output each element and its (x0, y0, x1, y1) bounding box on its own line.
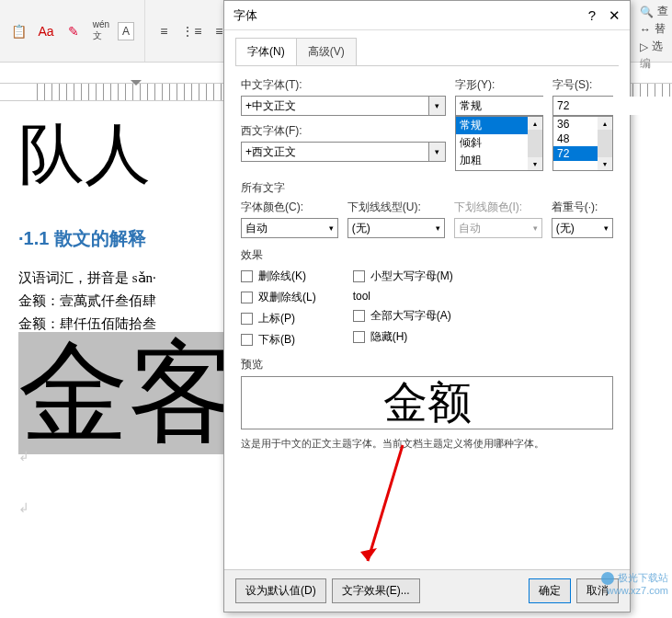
help-button[interactable]: ? (588, 7, 596, 24)
strike-checkbox[interactable]: 删除线(K) (241, 269, 316, 284)
font-color-combo[interactable]: 自动▾ (241, 218, 338, 238)
dialog-tabs: 字体(N) 高级(V) (235, 38, 619, 66)
dropdown-arrow-icon[interactable]: ▾ (428, 97, 445, 115)
preview-box: 金额 (241, 376, 613, 429)
dropdown-arrow-icon[interactable]: ▾ (428, 143, 445, 161)
underline-color-combo: 自动▾ (454, 218, 542, 238)
editing-group: 🔍查 ↔替 ▷选 编 (640, 2, 668, 74)
west-font-label: 西文字体(F): (241, 123, 446, 139)
preview-text: 金额 (383, 376, 472, 429)
watermark-logo-icon (601, 572, 614, 585)
emphasis-label: 着重号(·): (552, 200, 613, 215)
all-text-group-label: 所有文字 (241, 180, 613, 196)
allcaps-checkbox[interactable]: 全部大写字母(A) (353, 308, 453, 324)
size-option[interactable]: 36 (553, 117, 598, 132)
double-strike-checkbox[interactable]: 双删除线(L) (241, 290, 316, 305)
preview-group-label: 预览 (241, 357, 613, 372)
dialog-titlebar: 字体 ? ✕ (224, 1, 630, 30)
size-label: 字号(S): (552, 77, 613, 93)
set-default-button[interactable]: 设为默认值(D) (235, 578, 326, 603)
close-button[interactable]: ✕ (609, 7, 621, 24)
ok-button[interactable]: 确定 (529, 578, 571, 603)
underline-style-label: 下划线线型(U): (347, 200, 445, 215)
hidden-checkbox[interactable]: 隐藏(H) (353, 329, 453, 345)
subscript-checkbox[interactable]: 下标(B) (241, 332, 316, 348)
select-link[interactable]: ▷选 (640, 39, 668, 54)
size-option-selected[interactable]: 72 (553, 146, 598, 161)
ruler-indent-marker[interactable] (131, 80, 142, 86)
preview-note: 这是用于中文的正文主题字体。当前文档主题定义将使用哪种字体。 (241, 437, 613, 451)
smallcaps-checkbox[interactable]: 小型大写字母(M) (353, 269, 453, 284)
bullets-icon[interactable]: ≡ (153, 20, 175, 42)
font-color-icon[interactable]: Aa (35, 20, 57, 42)
style-option-regular[interactable]: 常规 (456, 117, 528, 134)
superscript-checkbox[interactable]: 上标(P) (241, 311, 316, 326)
size-option[interactable]: 48 (553, 132, 598, 146)
edit-group-label: 编 (640, 56, 668, 72)
font-color-label: 字体颜色(C): (241, 200, 338, 215)
west-font-input[interactable] (242, 143, 428, 161)
style-label: 字形(Y): (455, 77, 543, 93)
dialog-footer: 设为默认值(D) 文字效果(E)... 确定 取消 (224, 569, 630, 612)
size-input-combo[interactable] (552, 96, 613, 116)
style-scrollbar[interactable]: ▴▾ (528, 117, 542, 170)
size-scrollbar[interactable]: ▴▾ (598, 117, 612, 170)
char-border-icon[interactable]: A (118, 22, 134, 40)
tab-font[interactable]: 字体(N) (235, 38, 297, 65)
font-dialog: 字体 ? ✕ 字体(N) 高级(V) 中文字体(T): ▾ 西文字体(F): (223, 0, 631, 612)
style-option-bold[interactable]: 加粗 (456, 152, 528, 169)
cn-font-label: 中文字体(T): (241, 77, 446, 93)
underline-style-combo[interactable]: (无)▾ (347, 218, 445, 238)
west-font-combo[interactable]: ▾ (241, 142, 446, 162)
paste-icon[interactable]: 📋 (7, 20, 29, 42)
phonetic-icon[interactable]: wén文 (90, 20, 112, 42)
style-option-italic[interactable]: 倾斜 (456, 134, 528, 152)
word-app-background: 📋 Aa ✎ wén文 A ≡ ⋮≡ ≡ ≡ 🔍查 ↔替 ▷选 编 队人 ·1.… (0, 0, 672, 618)
size-input[interactable] (553, 97, 672, 115)
tab-advanced[interactable]: 高级(V) (296, 38, 357, 65)
emphasis-combo[interactable]: (无)▾ (552, 218, 613, 238)
style-listbox[interactable]: 常规 倾斜 加粗 ▴▾ (455, 116, 543, 171)
numbering-icon[interactable]: ⋮≡ (180, 20, 202, 42)
highlight-icon[interactable]: ✎ (63, 20, 85, 42)
underline-color-label: 下划线颜色(I): (454, 200, 542, 215)
style-input-combo[interactable] (455, 96, 543, 116)
effects-group-label: 效果 (241, 247, 613, 263)
cn-font-input[interactable] (242, 97, 428, 115)
size-listbox[interactable]: 36 48 72 ▴▾ (552, 116, 613, 171)
replace-link[interactable]: ↔替 (640, 21, 668, 37)
find-link[interactable]: 🔍查 (640, 4, 668, 19)
text-effects-button[interactable]: 文字效果(E)... (332, 578, 420, 603)
watermark: 极光下载站 www.xz7.com (601, 571, 668, 596)
cn-font-combo[interactable]: ▾ (241, 96, 446, 116)
dialog-title: 字体 (233, 7, 257, 24)
